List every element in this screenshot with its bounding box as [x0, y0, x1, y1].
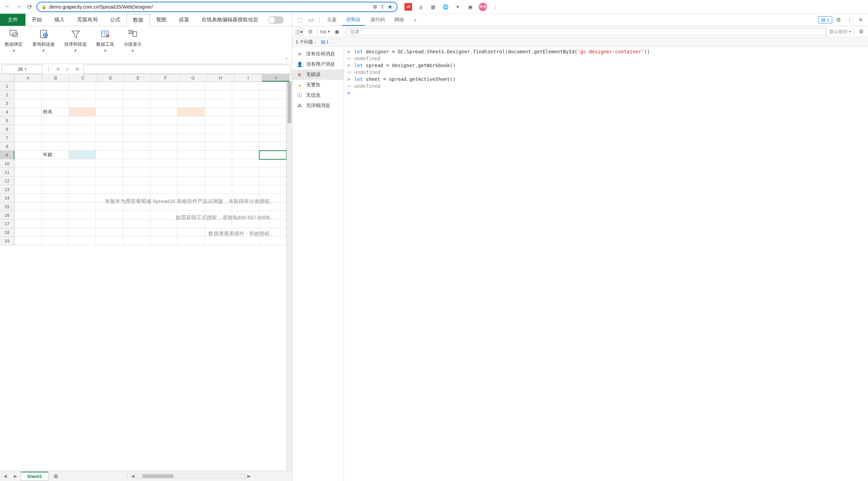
cell[interactable] [177, 159, 205, 168]
cell[interactable] [123, 194, 150, 202]
sidebar-no-user-messages[interactable]: 👤没有用户消息 [292, 59, 344, 70]
cell[interactable] [150, 228, 177, 237]
cell[interactable] [14, 159, 42, 168]
cell[interactable] [96, 168, 123, 177]
cell[interactable] [177, 108, 205, 116]
cell[interactable] [205, 116, 232, 125]
console-filter-input[interactable] [347, 28, 827, 35]
live-expression-button[interactable]: ◉ [333, 28, 341, 36]
cell[interactable] [96, 99, 123, 108]
cell[interactable] [69, 202, 96, 211]
cell[interactable] [177, 133, 205, 142]
cell[interactable] [259, 99, 286, 108]
cell[interactable] [14, 125, 42, 133]
cell[interactable] [232, 99, 259, 108]
cell[interactable] [96, 220, 123, 228]
cell[interactable] [14, 133, 42, 142]
side-panel-icon[interactable]: ▣ [466, 3, 474, 11]
ribbon-group-data-binding[interactable]: 数据绑定 ▼ [0, 28, 28, 62]
sheet-nav-next[interactable]: ▶ [10, 473, 21, 479]
share-icon[interactable]: ⇪ [380, 3, 384, 10]
cell[interactable] [232, 220, 259, 228]
chrome-menu-icon[interactable]: ⋮ [492, 3, 499, 11]
cell[interactable] [232, 194, 259, 202]
fx-icon[interactable]: fx [74, 66, 81, 72]
cell[interactable] [14, 90, 42, 99]
cell[interactable] [69, 220, 96, 228]
cell[interactable] [205, 125, 232, 133]
column-header[interactable]: I [235, 74, 262, 82]
cell[interactable] [42, 159, 69, 168]
cell[interactable] [96, 90, 123, 99]
console-settings-icon[interactable]: ⚙ [857, 28, 865, 36]
row-header[interactable]: 14 [0, 194, 14, 202]
devtools-menu-icon[interactable]: ⋮ [845, 15, 854, 25]
column-header[interactable]: B [42, 74, 69, 82]
profile-avatar[interactable]: 果果 [479, 3, 487, 11]
cell[interactable] [259, 168, 286, 177]
row-header[interactable]: 5 [0, 116, 14, 125]
tab-view[interactable]: 视图 [150, 14, 173, 26]
tab-settings[interactable]: 设置 [173, 14, 195, 26]
cell[interactable] [14, 177, 42, 185]
cell[interactable] [177, 194, 205, 202]
row-header[interactable]: 11 [0, 168, 14, 177]
sidebar-no-warnings[interactable]: ▲无警告 [292, 80, 344, 90]
cell[interactable] [42, 142, 69, 151]
row-header[interactable]: 1 [0, 82, 14, 90]
column-header[interactable]: C [69, 74, 97, 82]
tab-formula[interactable]: 公式 [104, 14, 127, 26]
cell[interactable] [150, 185, 177, 194]
cell[interactable] [177, 168, 205, 177]
cell[interactable] [14, 108, 42, 116]
cell[interactable] [205, 90, 232, 99]
cell[interactable] [14, 194, 42, 202]
cell[interactable] [96, 194, 123, 202]
dt-tab-network[interactable]: 网络 [390, 14, 408, 26]
ribbon-group-sort-filter[interactable]: 排序和筛选 ▼ [59, 28, 91, 62]
cell[interactable] [14, 220, 42, 228]
cell[interactable] [42, 168, 69, 177]
cell[interactable] [42, 211, 69, 220]
cell[interactable] [259, 108, 286, 116]
cell[interactable] [205, 185, 232, 194]
log-level-selector[interactable]: 默认级别 ▾ [829, 29, 851, 35]
cell[interactable] [14, 228, 42, 237]
cell[interactable] [150, 142, 177, 151]
cell[interactable] [232, 151, 259, 159]
cell[interactable] [259, 228, 286, 237]
console-output[interactable]: >let designer = GC.Spread.Sheets.Designe… [344, 47, 868, 481]
cell[interactable] [123, 142, 150, 151]
cell[interactable] [123, 185, 150, 194]
row-header[interactable]: 8 [0, 142, 14, 151]
row-header[interactable]: 2 [0, 90, 14, 99]
cell[interactable] [69, 90, 96, 99]
extensions-puzzle-icon[interactable]: ✦ [454, 3, 462, 11]
cell[interactable] [69, 108, 96, 116]
tab-home[interactable]: 开始 [25, 14, 48, 26]
cell[interactable] [14, 211, 42, 220]
more-button[interactable]: ⋮ [45, 66, 52, 72]
cell[interactable] [150, 220, 177, 228]
cell[interactable] [177, 151, 205, 159]
cell[interactable] [69, 151, 96, 159]
cell[interactable] [123, 116, 150, 125]
row-header[interactable]: 15 [0, 202, 14, 211]
cell[interactable] [205, 108, 232, 116]
cell[interactable] [42, 194, 69, 202]
cell[interactable] [14, 82, 42, 90]
cell[interactable] [177, 228, 205, 237]
cell[interactable] [96, 177, 123, 185]
cell[interactable] [42, 82, 69, 90]
cell[interactable] [96, 211, 123, 220]
cell[interactable] [150, 116, 177, 125]
cell[interactable] [42, 177, 69, 185]
cell[interactable] [232, 108, 259, 116]
hscroll-right[interactable]: ▶ [247, 473, 251, 479]
cell[interactable] [177, 177, 205, 185]
column-header[interactable]: D [97, 74, 124, 82]
cell[interactable] [232, 185, 259, 194]
name-box[interactable]: J9 [1, 65, 43, 74]
sheet-tab-active[interactable]: Sheet2 [21, 472, 48, 481]
back-button[interactable]: ← [3, 3, 12, 11]
